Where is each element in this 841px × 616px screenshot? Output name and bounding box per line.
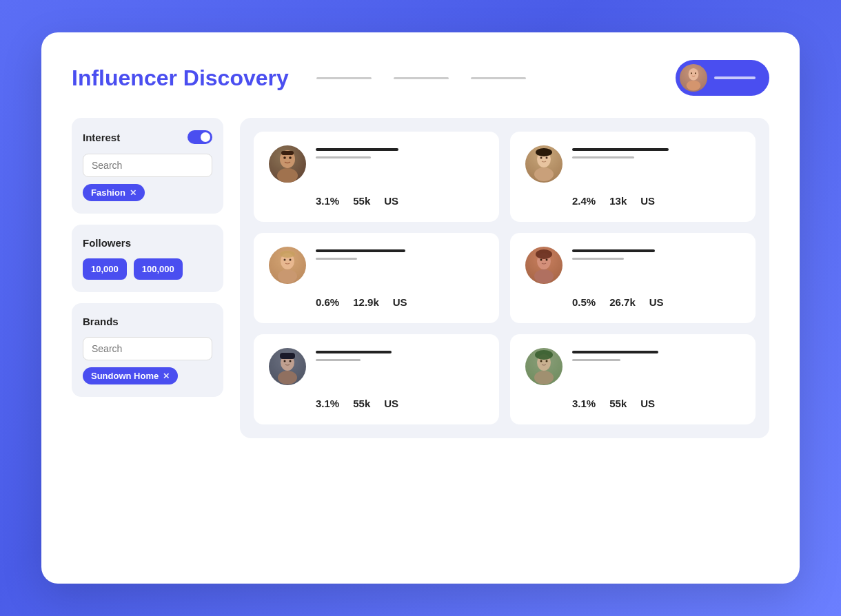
influencer-card[interactable]: 0.6% 12.9k US: [254, 233, 499, 323]
interest-filter: Interest Fashion ✕: [72, 118, 223, 214]
avatar: [269, 348, 306, 385]
svg-point-21: [540, 259, 543, 261]
card-top: [525, 145, 740, 183]
interest-label: Interest: [83, 132, 120, 143]
followers-filter: Followers 10,000 100,000: [72, 225, 223, 292]
followers-max-button[interactable]: 100,000: [134, 258, 183, 280]
card-top: [269, 348, 484, 385]
profile-name-line: [714, 76, 756, 79]
influencer-stats: 0.5% 26.7k US: [525, 296, 740, 308]
avatar: [525, 247, 563, 284]
brands-filter: Brands Sundown Home ✕: [72, 303, 223, 397]
followers-stat: 12.9k: [353, 296, 379, 308]
influencer-info: [316, 348, 484, 361]
engagement-stat: 3.1%: [316, 398, 339, 409]
card-top: [269, 247, 484, 284]
influencer-info: [572, 348, 740, 361]
nav-line-2: [394, 77, 449, 79]
influencer-card[interactable]: 3.1% 55k US: [254, 334, 499, 424]
engagement-stat: 0.5%: [572, 296, 596, 308]
svg-point-22: [546, 259, 548, 261]
followers-stat: 26.7k: [609, 296, 636, 308]
fashion-tag-remove[interactable]: ✕: [130, 188, 136, 198]
location-stat: US: [384, 398, 398, 409]
svg-point-2: [691, 72, 692, 74]
influencer-card[interactable]: 0.5% 26.7k US: [510, 233, 756, 323]
influencer-sub-line: [316, 359, 361, 361]
interest-tags: Fashion ✕: [83, 184, 212, 201]
engagement-stat: 0.6%: [316, 296, 339, 308]
avatar: [680, 64, 707, 92]
influencer-name-line: [316, 351, 392, 353]
card-top: [269, 145, 484, 183]
svg-point-25: [278, 371, 297, 384]
svg-point-6: [283, 156, 286, 159]
svg-point-33: [535, 350, 553, 360]
influencer-card[interactable]: 2.4% 13k US: [510, 132, 756, 222]
sundown-tag-remove[interactable]: ✕: [163, 371, 170, 381]
svg-point-7: [289, 156, 292, 159]
followers-label: Followers: [83, 237, 131, 249]
influencer-name-line: [572, 249, 655, 252]
influencer-stats: 2.4% 13k US: [525, 195, 740, 207]
influencer-sub-line: [316, 156, 371, 158]
sundown-tag[interactable]: Sundown Home ✕: [83, 367, 178, 384]
brands-search-input[interactable]: [83, 337, 212, 360]
svg-point-20: [534, 269, 554, 283]
influencer-stats: 3.1% 55k US: [269, 398, 484, 409]
main-layout: Interest Fashion ✕ Followers 10,000: [72, 118, 769, 438]
followers-stat: 55k: [353, 398, 370, 409]
brands-tags: Sundown Home ✕: [83, 367, 212, 384]
engagement-stat: 3.1%: [316, 195, 339, 207]
influencer-card[interactable]: 3.1% 55k US: [510, 334, 756, 424]
follower-range-buttons: 10,000 100,000: [83, 258, 212, 280]
fashion-tag-label: Fashion: [91, 187, 125, 198]
influencer-sub-line: [572, 359, 620, 361]
avatar: [269, 145, 306, 183]
page-title: Influencer Discovery: [72, 65, 289, 91]
interest-search-input[interactable]: [83, 154, 212, 177]
followers-stat: 55k: [609, 398, 627, 409]
influencer-name-line: [316, 249, 405, 252]
influencer-stats: 0.6% 12.9k US: [269, 296, 484, 308]
influencer-card[interactable]: 3.1% 55k US: [254, 132, 499, 222]
profile-button[interactable]: [676, 60, 769, 96]
interest-filter-header: Interest: [83, 130, 212, 144]
svg-point-27: [290, 360, 292, 362]
card-top: [525, 348, 740, 385]
svg-point-23: [536, 249, 552, 259]
location-stat: US: [640, 195, 655, 207]
influencer-info: [572, 145, 740, 158]
brands-label: Brands: [83, 316, 119, 327]
influencer-stats: 3.1% 55k US: [269, 195, 484, 207]
location-stat: US: [649, 296, 664, 308]
followers-min-button[interactable]: 10,000: [83, 258, 127, 280]
followers-stat: 55k: [353, 195, 370, 207]
svg-point-10: [534, 167, 554, 181]
svg-point-31: [540, 360, 543, 362]
svg-point-5: [277, 168, 298, 183]
influencer-sub-line: [572, 258, 624, 260]
followers-stat: 13k: [609, 195, 627, 207]
svg-rect-28: [280, 353, 295, 359]
svg-rect-8: [281, 151, 294, 155]
location-stat: US: [393, 296, 407, 308]
location-stat: US: [384, 195, 398, 207]
svg-point-13: [536, 148, 552, 156]
fashion-tag[interactable]: Fashion ✕: [83, 184, 145, 201]
svg-point-17: [290, 259, 292, 261]
header: Influencer Discovery: [72, 60, 769, 96]
followers-filter-header: Followers: [83, 237, 212, 249]
svg-point-15: [278, 269, 297, 283]
influencer-sub-line: [316, 258, 357, 260]
influencer-name-line: [316, 148, 398, 151]
interest-toggle[interactable]: [188, 130, 212, 144]
svg-point-11: [540, 157, 543, 159]
svg-point-26: [284, 360, 286, 362]
influencer-name-line: [572, 351, 658, 353]
svg-point-16: [284, 259, 286, 261]
influencer-sub-line: [572, 156, 634, 158]
avatar: [525, 145, 563, 183]
avatar: [269, 247, 306, 284]
influencer-stats: 3.1% 55k US: [525, 398, 740, 409]
